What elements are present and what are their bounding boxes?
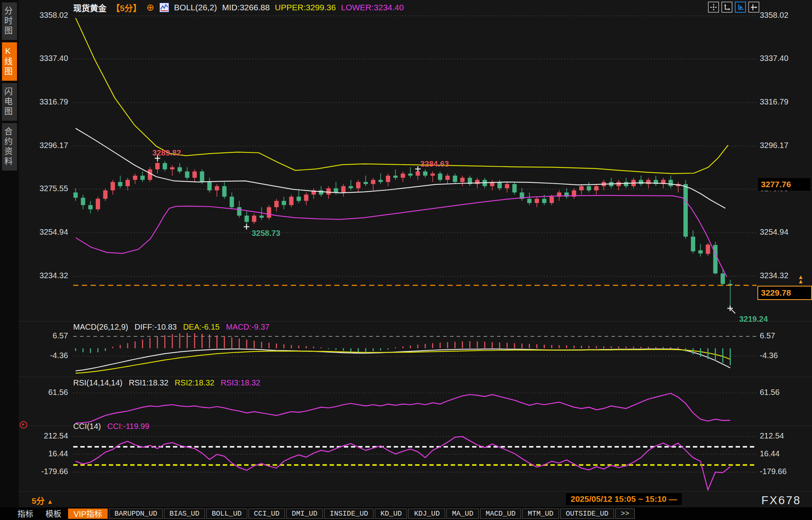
price-annotation: 3289.82 (152, 148, 181, 158)
macd-dea-value: DEA:-6.15 (183, 323, 220, 332)
axis-label-left: 3337.40 (40, 54, 68, 63)
bottom-tab[interactable]: KDJ_UD (408, 509, 445, 519)
cci-value: CCI:-119.99 (107, 422, 149, 431)
axis-label-right: 3234.32 (760, 271, 788, 280)
macd-diff-value: DIFF:-10.83 (135, 323, 177, 332)
plus-circle-icon[interactable]: ⊕ (146, 2, 154, 13)
axis-label-left: 212.54 (44, 431, 68, 440)
rsi1-value: RSI1:18.32 (129, 378, 169, 387)
axis-label-right: 61.56 (760, 388, 780, 397)
timeframe-triangle-icon: ▲ (47, 498, 53, 505)
sidebar-item[interactable]: 合约资料 (2, 123, 17, 171)
rsi3-value: RSI3:18.32 (221, 378, 260, 387)
indicator-tabbar: 指标模板VIP指标BARUPDN_UDBIAS_UDBOLL_UDCCI_UDD… (0, 507, 812, 520)
axis-label-left: 61.56 (48, 388, 68, 397)
axis-label-right: 212.54 (760, 431, 784, 440)
current-price-tag: 3229.78 (757, 286, 812, 300)
bottom-tab[interactable]: 模板 (40, 509, 67, 519)
timeframe-selector[interactable]: 5分 ▲ (32, 494, 53, 506)
axis-label-right: -4.36 (760, 351, 778, 360)
bottom-tab[interactable]: VIP指标 (68, 509, 108, 519)
price-up-arrow-icon: ▲▲ (798, 275, 804, 283)
bottom-tab[interactable]: BIAS_UD (164, 509, 205, 519)
axis-label-left: 3275.55 (40, 184, 68, 193)
trading-app-window: 分时图K线图闪电图合约资料 现货黄金 【5分】 ⊕ BOLL(26,2) MID… (0, 0, 812, 520)
bottom-tab[interactable]: DMI_UD (286, 509, 323, 519)
chart-toolbar (708, 2, 759, 13)
bottom-tab[interactable]: CCI_UD (249, 509, 285, 519)
bottom-tab[interactable]: INSIDE_UD (324, 509, 374, 519)
macd-header: MACD(26,12,9) DIFF:-10.83 DEA:-6.15 MACD… (73, 323, 269, 332)
bar-date-range: 2025/05/12 15:05 ~ 15:10 — (566, 493, 682, 505)
axis-scale-icon[interactable] (721, 2, 732, 13)
axis-label-right: 6.57 (760, 331, 775, 340)
axis-label-left: 3254.94 (40, 228, 68, 237)
bottom-tab[interactable]: MA_UD (446, 509, 479, 519)
sidebar-item[interactable]: 闪电图 (2, 83, 17, 121)
axis-label-right: -179.66 (760, 467, 787, 476)
chart-canvas[interactable] (0, 0, 812, 520)
rsi-name: RSI(14,14,14) (73, 378, 123, 387)
left-sidebar: 分时图K线图闪电图合约资料 (0, 0, 19, 520)
period-label[interactable]: 【5分】 (112, 2, 141, 13)
sidebar-item[interactable]: 分时图 (2, 2, 17, 40)
bottom-tab[interactable]: OUTSIDE_UD (560, 509, 614, 519)
last-price-tag: 3277.76 (758, 178, 810, 191)
axis-label-left: 16.44 (48, 449, 68, 458)
bottom-tab[interactable]: MACD_UD (480, 509, 521, 519)
watermark: FX678 (761, 494, 801, 507)
axis-label-right: 3296.17 (760, 141, 788, 150)
cci-header: CCI(14) CCI:-119.99 (73, 422, 149, 431)
rsi-header: RSI(14,14,14) RSI1:18.32 RSI2:18.32 RSI3… (73, 378, 260, 387)
macd-name: MACD(26,12,9) (73, 323, 128, 332)
axis-label-left: 3296.17 (40, 141, 68, 150)
bottom-tab[interactable]: BOLL_UD (206, 509, 247, 519)
boll-lower-value: LOWER:3234.40 (341, 3, 404, 12)
axis-label-left: -179.66 (41, 467, 68, 476)
axis-label-right: 3337.40 (760, 54, 788, 63)
axis-label-right: 3358.02 (760, 11, 788, 20)
sidebar-item[interactable]: K线图 (2, 42, 17, 81)
boll-mid-value: MID:3266.88 (222, 3, 269, 12)
boll-upper-value: UPPER:3299.36 (275, 3, 336, 12)
axis-label-left: 3234.32 (40, 271, 68, 280)
instrument-title: 现货黄金 (73, 2, 106, 13)
axis-label-right: 3316.79 (760, 97, 788, 106)
pan-crosshair-icon[interactable] (708, 2, 719, 13)
price-annotation: 3219.24 (739, 315, 768, 324)
axis-label-right: 3254.94 (760, 228, 788, 237)
y-axis-right: 3358.023337.403316.793296.173275.553254.… (760, 0, 811, 491)
axis-play-icon[interactable] (735, 2, 746, 13)
bottom-tab[interactable]: 指标 (12, 509, 39, 519)
macd-macd-value: MACD:-9.37 (226, 323, 269, 332)
axis-label-left: 6.57 (53, 331, 68, 340)
axis-label-right: 16.44 (760, 449, 780, 458)
bottom-tab[interactable]: >> (615, 509, 635, 519)
axis-shift-icon[interactable] (748, 2, 759, 13)
axis-label-left: 3358.02 (40, 11, 68, 20)
boll-params: BOLL(26,2) (174, 3, 217, 12)
price-annotation: 3258.73 (252, 229, 280, 238)
axis-label-left: 3316.79 (40, 97, 68, 106)
mini-chart-icon[interactable] (159, 3, 169, 12)
chart-header: 现货黄金 【5分】 ⊕ BOLL(26,2) MID:3266.88 UPPER… (73, 1, 404, 14)
bottom-tab[interactable]: MTM_UD (522, 509, 559, 519)
cci-name: CCI(14) (73, 422, 101, 431)
bottom-tab[interactable]: KD_UD (375, 509, 407, 519)
bottom-tab[interactable]: BARUPDN_UD (109, 509, 163, 519)
record-dot-icon (20, 421, 27, 429)
price-annotation: 3284.63 (420, 159, 449, 169)
rsi2-value: RSI2:18.32 (175, 378, 214, 387)
timeframe-label: 5分 (32, 496, 45, 505)
axis-label-left: -4.36 (50, 351, 68, 360)
y-axis-left: 3358.023337.403316.793296.173275.553254.… (23, 0, 68, 491)
